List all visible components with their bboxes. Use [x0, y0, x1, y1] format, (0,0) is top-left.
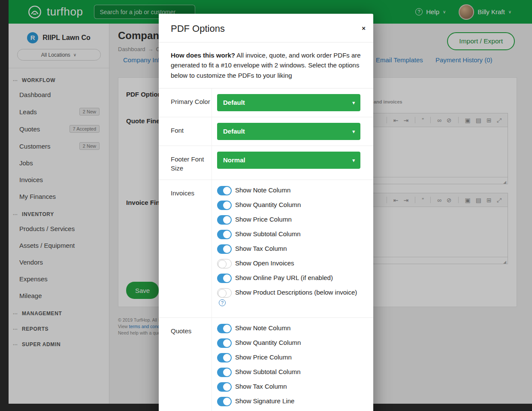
group-label: Invoices [171, 189, 194, 197]
toggle-switch[interactable] [217, 353, 232, 362]
toggle-row-show-product-descriptions-below-invoice: Show Product Descriptions (below invoice… [217, 288, 360, 307]
toggle-switch[interactable] [217, 244, 232, 254]
toggle-label: Show Tax Column [235, 383, 287, 390]
toggle-row-show-signature-line: Show Signature Line [217, 396, 360, 406]
help-icon[interactable]: ? [219, 299, 226, 306]
modal-title: PDF Options [171, 23, 361, 34]
toggle-row-show-tax-column: Show Tax Column [217, 244, 360, 254]
toggle-switch[interactable] [217, 338, 232, 348]
toggle-row-show-note-column: Show Note Column [217, 323, 360, 333]
toggle-label: Show Note Column [235, 186, 290, 194]
toggle-row-show-quantity-column: Show Quantity Column [217, 338, 360, 348]
modal-intro: How does this work? All invoice, quote, … [159, 43, 373, 88]
toggle-label: Show Product Descriptions (below invoice… [235, 289, 357, 296]
modal-group-invoices: InvoicesShow Note ColumnShow Quantity Co… [159, 180, 373, 318]
toggle-label: Show Signature Line [235, 397, 294, 405]
toggle-switch[interactable] [217, 382, 232, 392]
modal-group-quotes: QuotesShow Note ColumnShow Quantity Colu… [159, 318, 373, 411]
toggle-row-show-quantity-column: Show Quantity Column [217, 200, 360, 210]
footer-font-size-dropdown[interactable]: Normal▾ [217, 152, 360, 169]
dropdown-value: Default [223, 128, 245, 135]
toggle-label: Show Tax Column [235, 245, 287, 252]
toggle-label: Show Note Column [235, 324, 290, 332]
group-label: Quotes [171, 327, 191, 335]
toggle-switch[interactable] [217, 368, 232, 377]
chevron-down-icon: ▾ [352, 157, 355, 163]
toggle-switch[interactable] [217, 259, 232, 268]
toggle-label: Show Subtotal Column [235, 230, 301, 237]
toggle-switch[interactable] [217, 288, 232, 298]
toggle-switch[interactable] [217, 230, 232, 239]
chevron-down-icon: ▾ [352, 128, 355, 134]
toggle-row-show-price-column: Show Price Column [217, 215, 360, 225]
toggle-switch[interactable] [217, 215, 232, 225]
toggle-switch[interactable] [217, 274, 232, 283]
field-label: Primary Color [171, 98, 210, 105]
modal-row-font: FontDefault▾ [159, 117, 373, 146]
toggle-row-show-tax-column: Show Tax Column [217, 382, 360, 392]
field-label: Footer Font Size [171, 155, 204, 172]
toggle-label: Show Price Column [235, 353, 292, 361]
app-root: turfhop ? Help ∨ Billy Kraft ∨ R RIIPL L… [0, 0, 532, 411]
modal-header: PDF Options × [159, 14, 373, 43]
modal-intro-lead: How does this work? [171, 52, 235, 59]
toggle-label: Show Quantity Column [235, 201, 301, 208]
toggle-row-show-subtotal-column: Show Subtotal Column [217, 367, 360, 377]
toggle-row-show-open-invoices: Show Open Invoices [217, 259, 360, 268]
chevron-down-icon: ▾ [352, 100, 355, 105]
toggle-switch[interactable] [217, 186, 232, 195]
toggle-switch[interactable] [217, 397, 232, 406]
modal-body: Primary ColorDefault▾FontDefault▾Footer … [159, 88, 373, 411]
dropdown-value: Default [223, 99, 245, 106]
toggle-row-show-online-pay-url-if-enabled: Show Online Pay URL (if enabled) [217, 273, 360, 283]
modal-row-footer-font-size: Footer Font SizeNormal▾ [159, 146, 373, 180]
modal-row-primary-color: Primary ColorDefault▾ [159, 88, 373, 117]
toggle-row-show-price-column: Show Price Column [217, 353, 360, 362]
toggle-label: Show Price Column [235, 216, 292, 223]
toggle-row-show-note-column: Show Note Column [217, 186, 360, 195]
font-dropdown[interactable]: Default▾ [217, 123, 360, 140]
toggle-label: Show Quantity Column [235, 339, 301, 346]
dropdown-value: Normal [223, 156, 245, 164]
toggle-switch[interactable] [217, 324, 232, 333]
pdf-options-modal: PDF Options × How does this work? All in… [159, 14, 373, 411]
close-icon[interactable]: × [362, 25, 366, 31]
toggle-row-show-subtotal-column: Show Subtotal Column [217, 229, 360, 239]
toggle-label: Show Online Pay URL (if enabled) [235, 274, 333, 281]
field-label: Font [171, 127, 184, 134]
toggle-switch[interactable] [217, 201, 232, 210]
toggle-label: Show Subtotal Column [235, 368, 301, 375]
primary-color-dropdown[interactable]: Default▾ [217, 94, 360, 111]
toggle-label: Show Open Invoices [235, 259, 294, 267]
